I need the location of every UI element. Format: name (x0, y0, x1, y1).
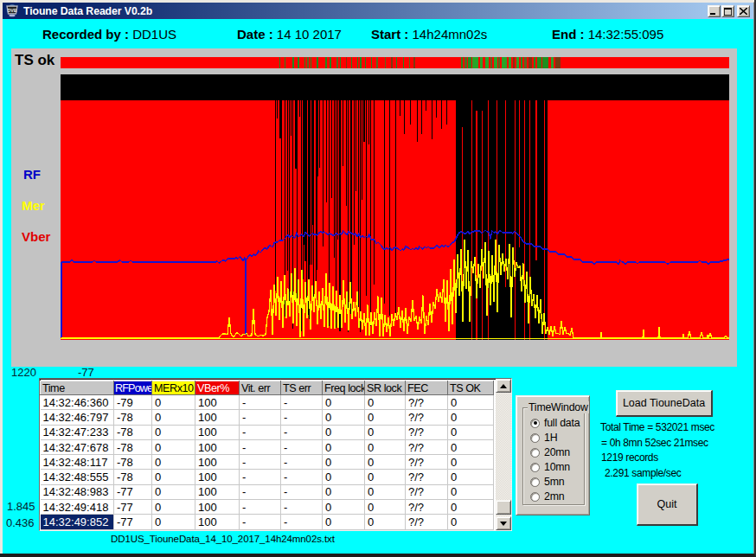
svg-text:DVB: DVB (8, 8, 17, 13)
